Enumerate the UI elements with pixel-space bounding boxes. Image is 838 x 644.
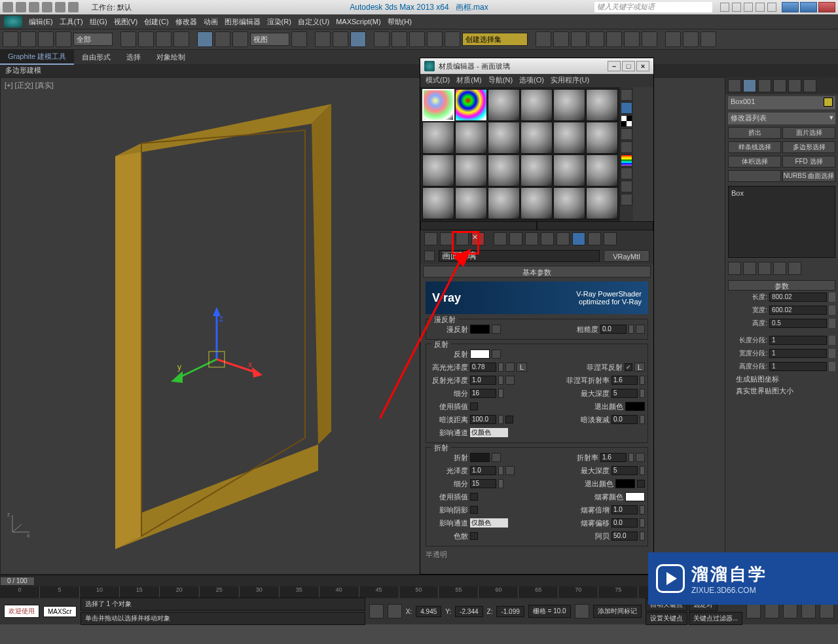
link-icon[interactable]	[38, 31, 54, 47]
z-input[interactable]: -1.099	[496, 606, 524, 617]
select-move-icon[interactable]	[197, 31, 213, 47]
sample-scrollbar[interactable]	[420, 221, 653, 230]
width-input[interactable]: 600.02	[769, 306, 827, 315]
reflect-map-button[interactable]	[492, 349, 501, 359]
background-icon[interactable]	[621, 115, 632, 127]
qat-undo-icon[interactable]	[42, 2, 52, 12]
btn-vol-select[interactable]: 体积选择	[728, 156, 781, 168]
menu-grapheditors[interactable]: 图形编辑器	[225, 17, 261, 27]
selection-filter-dropdown[interactable]: 全部	[73, 33, 113, 46]
spinner-icon[interactable]	[498, 389, 503, 398]
fogcolor-swatch[interactable]	[625, 492, 645, 501]
hseg-input[interactable]: 1	[769, 362, 827, 371]
window-crossing-icon[interactable]	[173, 31, 189, 47]
configure-sets-icon[interactable]	[788, 262, 801, 275]
object-color-swatch[interactable]	[824, 98, 833, 107]
hgloss-input[interactable]: 0.78	[470, 363, 496, 372]
sample-slot[interactable]	[586, 122, 618, 154]
spinner-icon[interactable]	[829, 362, 835, 371]
select-by-material-icon[interactable]	[621, 181, 632, 192]
redo-icon[interactable]	[20, 31, 36, 47]
parameters-header[interactable]: 参数	[728, 280, 835, 291]
sample-slot[interactable]	[520, 154, 553, 187]
menu-rendering[interactable]: 渲染(R)	[267, 17, 291, 27]
pin-stack-icon[interactable]	[728, 262, 741, 275]
sample-slot[interactable]	[455, 122, 487, 154]
rendered-frame-icon[interactable]	[642, 31, 657, 47]
prev-frame-icon[interactable]	[765, 604, 779, 618]
help-search-input[interactable]: 键入关键字或短语	[594, 2, 712, 12]
stack-item-box[interactable]: Box	[731, 189, 832, 197]
remove-modifier-icon[interactable]	[773, 262, 786, 275]
sample-slot[interactable]	[553, 89, 585, 121]
select-rotate-icon[interactable]	[215, 31, 230, 47]
btn-blank[interactable]	[728, 170, 781, 182]
y-input[interactable]: -2.344	[455, 606, 483, 617]
sample-slot[interactable]	[455, 187, 487, 219]
reflect-maxdepth-input[interactable]: 5	[611, 389, 638, 398]
menu-modifiers[interactable]: 修改器	[175, 17, 197, 27]
spinner-icon[interactable]	[628, 453, 634, 462]
ref-coord-dropdown[interactable]: 视图	[250, 33, 289, 46]
ior-input[interactable]: 1.6	[600, 453, 627, 462]
mirror-icon[interactable]	[445, 31, 460, 47]
select-scale-icon[interactable]	[232, 31, 248, 47]
exchange-icon[interactable]	[744, 3, 753, 12]
sample-slot[interactable]	[553, 122, 585, 154]
sample-slot[interactable]	[455, 89, 487, 121]
ribbon-tab-objpaint[interactable]: 对象绘制	[149, 50, 193, 64]
spinner-icon[interactable]	[640, 466, 645, 475]
sample-slot[interactable]	[553, 187, 585, 219]
btn-poly-select[interactable]: 多边形选择	[782, 141, 835, 153]
length-input[interactable]: 800.02	[769, 293, 827, 302]
get-material-icon[interactable]	[424, 232, 437, 245]
go-to-parent-icon[interactable]	[588, 232, 601, 245]
refract-exitcolor-checkbox[interactable]	[637, 480, 645, 488]
spinner-icon[interactable]	[498, 376, 503, 385]
height-input[interactable]: 0.5	[769, 319, 827, 328]
lock-gloss-button[interactable]: L	[517, 363, 527, 372]
keyboard-shortcut-icon[interactable]	[333, 31, 348, 47]
close-button[interactable]	[818, 2, 835, 12]
menu-group[interactable]: 组(G)	[90, 17, 107, 27]
selection-lock-icon[interactable]	[369, 604, 384, 618]
spinner-snap-icon[interactable]	[409, 31, 425, 47]
dimdist-checkbox[interactable]	[505, 416, 513, 423]
absolute-mode-icon[interactable]	[388, 604, 402, 618]
goto-end-icon[interactable]	[820, 604, 834, 618]
abbe-input[interactable]: 50.0	[611, 531, 638, 541]
percent-snap-icon[interactable]	[392, 31, 407, 47]
sample-slot[interactable]	[586, 187, 618, 219]
sample-slot[interactable]	[520, 89, 553, 121]
angle-snap-icon[interactable]	[374, 31, 390, 47]
make-copy-icon[interactable]	[494, 232, 507, 245]
sample-slot[interactable]	[520, 187, 553, 219]
spinner-icon[interactable]	[640, 531, 645, 541]
unlink-icon[interactable]	[56, 31, 71, 47]
reflect-subdiv-input[interactable]: 16	[470, 389, 496, 398]
spinner-icon[interactable]	[498, 363, 503, 372]
btn-patch-select[interactable]: 面片选择	[782, 127, 835, 139]
tab-motion-icon[interactable]	[773, 79, 786, 92]
btn-nurbs-select[interactable]: NURBS 曲面选择	[782, 170, 835, 182]
select-by-name-icon[interactable]	[138, 31, 154, 47]
wseg-input[interactable]: 1	[769, 349, 827, 358]
menu-maxscript[interactable]: MAXScript(M)	[336, 18, 380, 26]
refract-map-button[interactable]	[492, 453, 501, 462]
qat-redo-icon[interactable]	[55, 2, 65, 12]
spinner-icon[interactable]	[640, 376, 645, 385]
curve-editor-icon[interactable]	[571, 31, 587, 47]
matmenu-utilities[interactable]: 实用程序(U)	[551, 75, 589, 86]
make-unique-icon[interactable]	[509, 232, 522, 245]
sample-slot[interactable]	[488, 154, 520, 187]
dialog-titlebar[interactable]: 材质编辑器 - 画面玻璃 – □ ×	[420, 58, 653, 74]
spinner-icon[interactable]	[640, 415, 645, 424]
material-map-navigator-icon[interactable]	[621, 194, 632, 206]
options-icon[interactable]	[621, 168, 632, 179]
sample-slot[interactable]	[520, 122, 553, 154]
edit-named-sel-icon[interactable]	[427, 31, 443, 47]
tab-utilities-icon[interactable]	[803, 79, 816, 92]
render-production-icon[interactable]	[665, 31, 681, 47]
help-icon[interactable]	[767, 3, 776, 12]
matmenu-options[interactable]: 选项(O)	[519, 75, 544, 86]
